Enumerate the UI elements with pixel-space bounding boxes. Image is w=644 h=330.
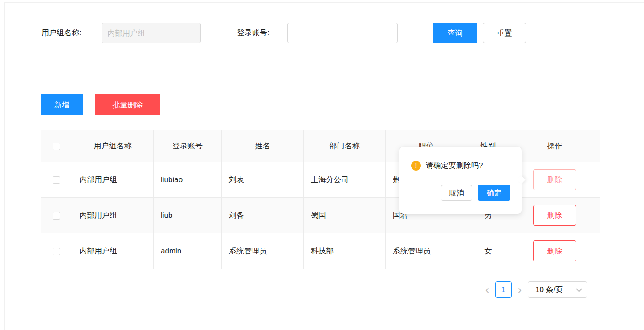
- group-name-input[interactable]: [102, 23, 201, 43]
- prev-page-icon[interactable]: ‹: [485, 281, 489, 298]
- batch-delete-button[interactable]: 批量删除: [95, 94, 160, 115]
- cell-dept: 上海分公司: [304, 162, 386, 198]
- cell-name: 刘备: [222, 198, 304, 233]
- cell-dept: 蜀国: [304, 198, 386, 233]
- reset-button[interactable]: 重置: [483, 23, 526, 43]
- cancel-button[interactable]: 取消: [441, 185, 472, 201]
- cell-name: 刘表: [222, 162, 304, 198]
- cell-gender: 女: [467, 233, 509, 269]
- cell-dept: 科技部: [304, 233, 386, 269]
- page-number-button[interactable]: 1: [495, 281, 512, 298]
- delete-button[interactable]: 删除: [533, 205, 576, 226]
- header-group: 用户组名称: [72, 130, 154, 162]
- cell-name: 系统管理员: [222, 233, 304, 269]
- table-row: 内部用户组 admin 系统管理员 科技部 系统管理员 女 删除: [41, 233, 600, 269]
- popconfirm-message: 请确定要删除吗?: [426, 160, 483, 171]
- delete-button[interactable]: 删除: [533, 240, 576, 261]
- chevron-down-icon: [576, 285, 582, 292]
- warning-icon: !: [411, 161, 421, 171]
- header-account: 登录账号: [154, 130, 222, 162]
- row-checkbox[interactable]: [53, 176, 60, 184]
- header-dept: 部门名称: [304, 130, 386, 162]
- page-size-select[interactable]: 10 条/页: [528, 281, 587, 298]
- header-actions: 操作: [509, 130, 600, 162]
- delete-button[interactable]: 删除: [533, 169, 576, 190]
- row-checkbox[interactable]: [53, 248, 60, 255]
- select-all-checkbox[interactable]: [53, 143, 60, 150]
- header-checkbox-cell: [41, 130, 72, 162]
- confirm-button[interactable]: 确定: [478, 185, 510, 201]
- row-checkbox[interactable]: [53, 212, 60, 220]
- page-size-value: 10 条/页: [535, 285, 563, 295]
- pagination: ‹ 1 › 10 条/页: [485, 281, 587, 298]
- delete-popconfirm: ! 请确定要删除吗? 取消 确定: [399, 147, 522, 214]
- add-button[interactable]: 新增: [41, 94, 83, 115]
- login-account-label: 登录账号:: [237, 23, 269, 43]
- cell-account: liubiao: [154, 162, 222, 198]
- next-page-icon[interactable]: ›: [518, 281, 522, 298]
- cell-group: 内部用户组: [72, 233, 154, 269]
- cell-account: admin: [154, 233, 222, 269]
- cell-group: 内部用户组: [72, 162, 154, 198]
- cell-group: 内部用户组: [72, 198, 154, 233]
- group-name-label: 用户组名称:: [41, 23, 82, 43]
- login-account-input[interactable]: [287, 23, 398, 43]
- cell-position: 系统管理员: [386, 233, 467, 269]
- header-name: 姓名: [222, 130, 304, 162]
- query-button[interactable]: 查询: [433, 23, 477, 43]
- cell-account: liub: [154, 198, 222, 233]
